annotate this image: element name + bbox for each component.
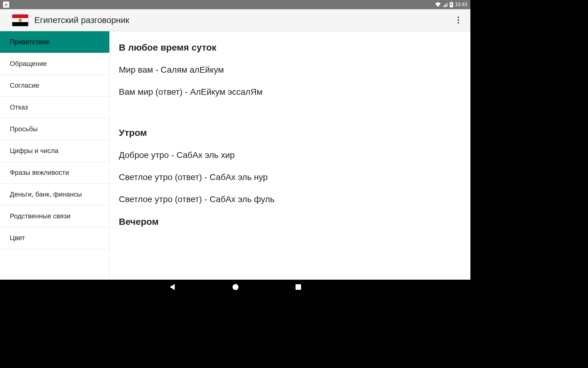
app-bar: Египетский разговорник — [0, 9, 470, 31]
sidebar-item-label: Родственные связи — [10, 212, 70, 220]
wifi-icon — [435, 2, 441, 7]
sidebar-item-label: Цифры и числа — [10, 147, 58, 155]
svg-point-0 — [232, 284, 239, 290]
sidebar-item-label: Фразы вежливости — [10, 169, 69, 177]
recent-apps-button[interactable] — [295, 283, 302, 291]
sidebar-item-greeting[interactable]: Приветствие — [0, 31, 109, 53]
sidebar-item-label: Отказ — [10, 103, 28, 111]
sidebar-item-politeness[interactable]: Фразы вежливости — [0, 162, 109, 184]
system-navigation-bar — [0, 280, 470, 294]
category-sidebar: Приветствие Обращение Согласие Отказ Про… — [0, 31, 110, 280]
status-right: 10:43 — [435, 2, 467, 7]
sidebar-item-refusal[interactable]: Отказ — [0, 97, 109, 118]
section-heading-anytime: В любое время суток — [119, 42, 461, 53]
content-area: Приветствие Обращение Согласие Отказ Про… — [0, 31, 470, 280]
sidebar-item-label: Обращение — [10, 60, 47, 68]
phrase-line: Вам мир (ответ) - АлЕйкум эссалЯм — [119, 87, 461, 97]
sidebar-item-address[interactable]: Обращение — [0, 53, 109, 75]
status-left: A — [3, 2, 9, 8]
battery-charging-icon — [450, 2, 453, 7]
sidebar-item-label: Приветствие — [10, 38, 50, 46]
egypt-flag-icon — [12, 14, 28, 26]
sidebar-item-label: Цвет — [10, 234, 25, 242]
phrase-content: В любое время суток Мир вам - Салям алЕй… — [110, 31, 470, 280]
sidebar-item-label: Согласие — [10, 82, 39, 90]
section-heading-morning: Утром — [119, 128, 461, 138]
sidebar-item-agreement[interactable]: Согласие — [0, 75, 109, 97]
sidebar-item-color[interactable]: Цвет — [0, 227, 109, 249]
home-button[interactable] — [232, 283, 239, 291]
clock: 10:43 — [455, 2, 467, 7]
cell-signal-icon — [443, 2, 448, 7]
lang-letter: A — [5, 2, 7, 7]
phrase-line: Светлое утро (ответ) - СабАх эль нур — [119, 172, 461, 182]
app-title: Египетский разговорник — [34, 15, 452, 25]
sidebar-item-requests[interactable]: Просьбы — [0, 118, 109, 140]
back-button[interactable] — [168, 283, 176, 291]
sidebar-item-label: Деньги, банк, финансы — [10, 190, 82, 198]
sidebar-item-label: Просьбы — [10, 125, 38, 133]
phrase-line: Мир вам - Салям алЕйкум — [119, 65, 461, 75]
svg-rect-1 — [296, 284, 301, 290]
more-options-button[interactable] — [452, 14, 464, 26]
keyboard-language-indicator: A — [3, 2, 9, 8]
status-bar: A 10:43 — [0, 0, 470, 9]
sidebar-item-numbers[interactable]: Цифры и числа — [0, 140, 109, 162]
sidebar-item-family[interactable]: Родственные связи — [0, 205, 109, 227]
phrase-line: Доброе утро - СабАх эль хир — [119, 150, 461, 160]
sidebar-item-money[interactable]: Деньги, банк, финансы — [0, 184, 109, 205]
phrase-line: Светлое утро (ответ) - СабАх эль фуль — [119, 194, 461, 204]
section-heading-evening: Вечером — [119, 217, 461, 227]
